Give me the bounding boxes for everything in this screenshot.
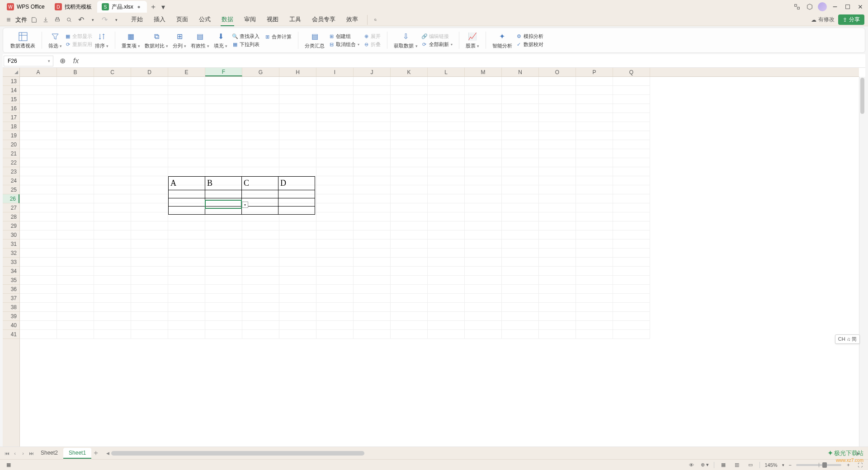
cell-Q14[interactable] (613, 86, 650, 95)
row-header-30[interactable]: 30 (3, 230, 19, 240)
cell-E30[interactable] (168, 230, 205, 240)
cell-I21[interactable] (316, 149, 354, 158)
cell-J22[interactable] (354, 158, 391, 167)
cell-P27[interactable] (576, 203, 613, 212)
file-menu[interactable]: 文件 (15, 16, 27, 24)
cell-J17[interactable] (354, 113, 391, 122)
cell-E17[interactable] (168, 113, 205, 122)
page-layout-icon[interactable]: ▥ (732, 461, 741, 469)
cell-O40[interactable] (539, 321, 576, 330)
cell-A30[interactable] (20, 230, 57, 240)
cell-L38[interactable] (428, 303, 465, 312)
cell-L26[interactable] (428, 194, 465, 203)
cell-J30[interactable] (354, 230, 391, 240)
cell-Q18[interactable] (613, 122, 650, 131)
row-header-21[interactable]: 21 (3, 149, 19, 158)
cell-A32[interactable] (20, 249, 57, 258)
cell-J28[interactable] (354, 212, 391, 221)
cell-B28[interactable] (57, 212, 94, 221)
tab-templates[interactable]: D 找稻壳模板 (50, 1, 96, 13)
cell-P13[interactable] (576, 77, 613, 86)
cell-Q16[interactable] (613, 104, 650, 113)
cell-K29[interactable] (391, 221, 428, 230)
cell-L18[interactable] (428, 122, 465, 131)
cell-I33[interactable] (316, 258, 354, 267)
cell-H33[interactable] (279, 258, 316, 267)
cell-B29[interactable] (57, 221, 94, 230)
horizontal-scrollbar[interactable]: ◀ ▶ (105, 451, 861, 456)
cell-A28[interactable] (20, 212, 57, 221)
cell-L29[interactable] (428, 221, 465, 230)
cell-A38[interactable] (20, 303, 57, 312)
cell-N35[interactable] (502, 276, 539, 285)
cell-F37[interactable] (205, 294, 242, 303)
cell-A23[interactable] (20, 167, 57, 176)
cell-K24[interactable] (391, 176, 428, 185)
cell-O23[interactable] (539, 167, 576, 176)
cell-O37[interactable] (539, 294, 576, 303)
cell-G34[interactable] (242, 267, 279, 276)
cell-J31[interactable] (354, 240, 391, 249)
cell-O21[interactable] (539, 149, 576, 158)
cell-B22[interactable] (57, 158, 94, 167)
cell-Q13[interactable] (613, 77, 650, 86)
cell-F41[interactable] (205, 330, 242, 339)
row-header-16[interactable]: 16 (3, 104, 19, 113)
cell-E23[interactable] (168, 167, 205, 176)
cell-O28[interactable] (539, 212, 576, 221)
cell-A34[interactable] (20, 267, 57, 276)
cell-A22[interactable] (20, 158, 57, 167)
col-header-C[interactable]: C (94, 68, 131, 76)
sort-button[interactable]: 排序 ▾ (95, 32, 108, 49)
cell-B23[interactable] (57, 167, 94, 176)
cell-P18[interactable] (576, 122, 613, 131)
cell-G41[interactable] (242, 330, 279, 339)
cell-E14[interactable] (168, 86, 205, 95)
cell-J13[interactable] (354, 77, 391, 86)
cell-F39[interactable] (205, 312, 242, 321)
cell-E31[interactable] (168, 240, 205, 249)
cell-N36[interactable] (502, 285, 539, 294)
cell-D41[interactable] (131, 330, 168, 339)
table-cell[interactable] (169, 207, 205, 215)
cell-A18[interactable] (20, 122, 57, 131)
cell-O20[interactable] (539, 140, 576, 149)
cell-L17[interactable] (428, 113, 465, 122)
cell-M30[interactable] (465, 230, 502, 240)
cell-C32[interactable] (94, 249, 131, 258)
cell-I41[interactable] (316, 330, 354, 339)
pivot-table-button[interactable]: 数据透视表 (10, 32, 35, 49)
cell-G37[interactable] (242, 294, 279, 303)
duplicates-button[interactable]: ▦重复项 ▾ (122, 32, 140, 49)
cell-B30[interactable] (57, 230, 94, 240)
cell-K38[interactable] (391, 303, 428, 312)
cell-D14[interactable] (131, 86, 168, 95)
sheet-tab-Sheet1[interactable]: Sheet1 (63, 448, 91, 459)
cell-D28[interactable] (131, 212, 168, 221)
cell-M29[interactable] (465, 221, 502, 230)
maximize-button[interactable] (842, 1, 854, 13)
menu-tab-效率[interactable]: 效率 (345, 14, 359, 26)
cell-J19[interactable] (354, 131, 391, 140)
cell-B40[interactable] (57, 321, 94, 330)
cell-Q27[interactable] (613, 203, 650, 212)
cell-F16[interactable] (205, 104, 242, 113)
cell-Q29[interactable] (613, 221, 650, 230)
cell-B13[interactable] (57, 77, 94, 86)
tab-document[interactable]: S 产品.xlsx ● (97, 1, 147, 13)
cell-Q20[interactable] (613, 140, 650, 149)
cell-I39[interactable] (316, 312, 354, 321)
cell-K34[interactable] (391, 267, 428, 276)
cell-A35[interactable] (20, 276, 57, 285)
row-header-26[interactable]: 26 (3, 194, 19, 203)
cell-N39[interactable] (502, 312, 539, 321)
vertical-scrollbar[interactable] (859, 77, 865, 446)
row-header-40[interactable]: 40 (3, 321, 19, 330)
cell-N29[interactable] (502, 221, 539, 230)
cell-L24[interactable] (428, 176, 465, 185)
cell-K23[interactable] (391, 167, 428, 176)
cell-L37[interactable] (428, 294, 465, 303)
cell-D21[interactable] (131, 149, 168, 158)
cell-E18[interactable] (168, 122, 205, 131)
cell-P21[interactable] (576, 149, 613, 158)
